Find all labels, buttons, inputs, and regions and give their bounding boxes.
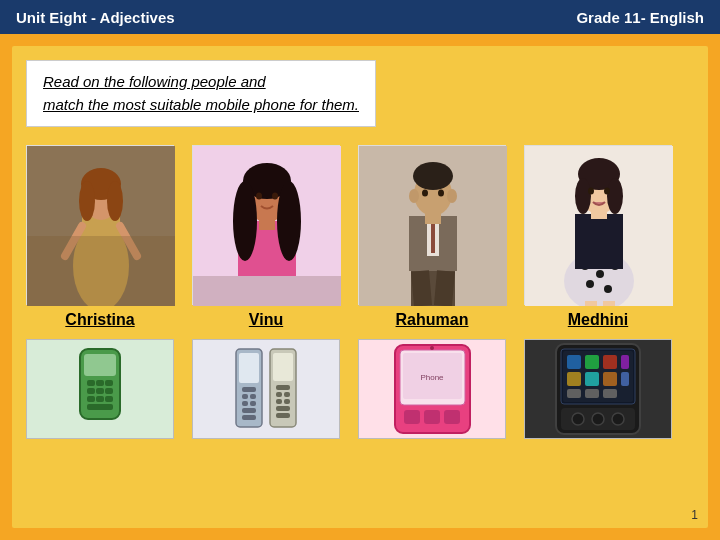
svg-rect-71 <box>242 415 256 420</box>
svg-rect-79 <box>276 406 290 411</box>
svg-text:Phone: Phone <box>420 373 444 382</box>
phone-item-samsung <box>192 339 340 439</box>
person-name-medhini: Medhini <box>568 311 628 329</box>
svg-rect-55 <box>105 380 113 386</box>
main-content: Read on the following people and match t… <box>12 46 708 528</box>
svg-rect-33 <box>434 270 455 306</box>
svg-rect-59 <box>87 396 95 402</box>
svg-point-28 <box>447 189 457 203</box>
svg-rect-60 <box>96 396 104 402</box>
page-number: 1 <box>691 508 698 522</box>
svg-point-29 <box>422 190 428 197</box>
svg-point-16 <box>256 193 262 200</box>
nokia-phone-svg <box>65 344 135 434</box>
svg-rect-31 <box>425 214 441 224</box>
svg-point-39 <box>586 280 594 288</box>
svg-rect-87 <box>444 410 460 424</box>
dark-phone-svg <box>553 342 643 437</box>
header-right-title: Grade 11- English <box>576 9 704 26</box>
svg-point-27 <box>409 189 419 203</box>
phone-item-pink: Phone <box>358 339 506 439</box>
svg-rect-62 <box>87 404 113 410</box>
svg-point-15 <box>277 181 301 261</box>
instruction-line2: match the most suitable mobile phone for… <box>43 96 359 113</box>
phone-item-nokia <box>26 339 174 439</box>
svg-rect-92 <box>567 355 581 369</box>
svg-rect-9 <box>27 236 175 306</box>
svg-rect-64 <box>239 353 259 383</box>
instruction-box: Read on the following people and match t… <box>26 60 376 127</box>
svg-rect-93 <box>585 355 599 369</box>
svg-rect-57 <box>96 388 104 394</box>
svg-rect-65 <box>242 387 256 392</box>
svg-rect-56 <box>87 388 95 394</box>
svg-rect-48 <box>591 211 607 219</box>
svg-rect-101 <box>585 389 599 398</box>
people-row: Christina <box>26 145 694 329</box>
svg-rect-68 <box>242 401 248 406</box>
svg-rect-78 <box>284 399 290 404</box>
svg-rect-97 <box>585 372 599 386</box>
svg-rect-80 <box>276 413 290 418</box>
svg-point-37 <box>596 270 604 278</box>
svg-rect-86 <box>424 410 440 424</box>
pink-phone-svg: Phone <box>390 342 475 437</box>
svg-rect-19 <box>193 276 341 306</box>
svg-point-40 <box>604 285 612 293</box>
person-item-rahuman: Rahuman <box>358 145 506 329</box>
person-item-christina: Christina <box>26 145 174 329</box>
photo-rahuman <box>358 145 506 305</box>
svg-rect-85 <box>404 410 420 424</box>
svg-rect-54 <box>96 380 104 386</box>
phone-item-dark <box>524 339 672 439</box>
svg-rect-69 <box>250 401 256 406</box>
photo-christina <box>26 145 174 305</box>
rahuman-photo-svg <box>359 146 507 306</box>
svg-point-46 <box>588 188 594 195</box>
header: Unit Eight - Adjectives Grade 11- Englis… <box>0 0 720 34</box>
svg-rect-95 <box>621 355 629 369</box>
svg-rect-41 <box>575 214 623 269</box>
svg-rect-77 <box>276 399 282 404</box>
svg-rect-32 <box>411 270 432 306</box>
svg-rect-96 <box>567 372 581 386</box>
svg-point-105 <box>592 413 604 425</box>
svg-rect-66 <box>242 394 248 399</box>
person-name-rahuman: Rahuman <box>396 311 469 329</box>
svg-rect-67 <box>250 394 256 399</box>
svg-point-106 <box>612 413 624 425</box>
header-left-title: Unit Eight - Adjectives <box>16 9 175 26</box>
svg-rect-94 <box>603 355 617 369</box>
svg-point-14 <box>233 181 257 261</box>
svg-point-26 <box>413 162 453 190</box>
svg-rect-100 <box>567 389 581 398</box>
photo-vinu <box>192 145 340 305</box>
svg-point-104 <box>572 413 584 425</box>
christina-photo-svg <box>27 146 175 306</box>
svg-rect-98 <box>603 372 617 386</box>
person-name-vinu: Vinu <box>249 311 283 329</box>
vinu-photo-svg <box>193 146 341 306</box>
svg-point-5 <box>79 181 95 221</box>
person-item-vinu: Vinu <box>192 145 340 329</box>
svg-rect-58 <box>105 388 113 394</box>
svg-rect-76 <box>284 392 290 397</box>
svg-rect-49 <box>585 301 597 306</box>
person-item-medhini: Medhini <box>524 145 672 329</box>
svg-point-44 <box>575 178 591 214</box>
svg-point-47 <box>604 188 610 195</box>
person-name-christina: Christina <box>65 311 134 329</box>
svg-rect-75 <box>276 392 282 397</box>
samsung-phone-2-svg <box>268 347 298 432</box>
instruction-line1: Read on the following people and <box>43 73 266 90</box>
svg-point-45 <box>607 178 623 214</box>
svg-rect-53 <box>87 380 95 386</box>
svg-rect-50 <box>603 301 615 306</box>
svg-rect-18 <box>259 218 275 230</box>
photo-medhini <box>524 145 672 305</box>
svg-point-88 <box>430 346 434 350</box>
svg-rect-73 <box>273 353 293 381</box>
samsung-phone-1-svg <box>234 347 264 432</box>
svg-rect-99 <box>621 372 629 386</box>
phone-row: Phone <box>26 339 694 439</box>
